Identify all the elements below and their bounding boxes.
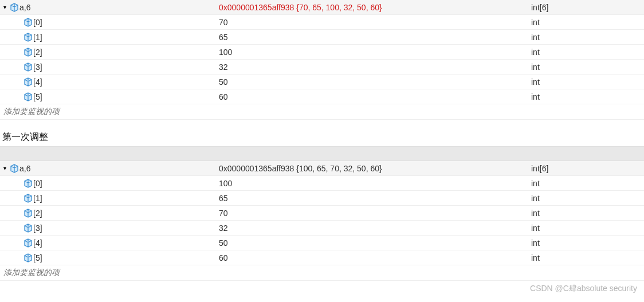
variable-name: a,6 xyxy=(19,164,30,173)
variable-value: 100 xyxy=(218,48,530,57)
table-row[interactable]: [0] 100 int xyxy=(0,176,644,191)
variable-value: 0x0000001365aff938 {70, 65, 100, 32, 50,… xyxy=(218,3,530,12)
table-row[interactable]: [3] 32 int xyxy=(0,60,644,74)
variable-type: int xyxy=(530,48,644,57)
variable-type: int xyxy=(530,179,644,188)
table-row[interactable]: [5] 60 int xyxy=(0,89,644,104)
variable-type: int xyxy=(530,253,644,262)
variable-type: int[6] xyxy=(530,3,644,12)
table-row[interactable]: [4] 50 int xyxy=(0,74,644,89)
collapse-icon[interactable]: ▾ xyxy=(0,3,9,12)
variable-name: [5] xyxy=(33,253,42,262)
variable-icon xyxy=(23,32,33,42)
table-row[interactable]: [0] 70 int xyxy=(0,15,644,30)
variable-type: int xyxy=(530,223,644,233)
variable-name: [3] xyxy=(33,223,42,233)
variable-value: 32 xyxy=(218,223,530,233)
variable-name: [4] xyxy=(33,77,42,87)
variable-icon xyxy=(23,77,33,87)
variable-name: [2] xyxy=(33,209,42,218)
variable-type: int xyxy=(530,194,644,203)
variable-type: int[6] xyxy=(530,164,644,173)
variable-value: 0x0000001365aff938 {100, 65, 70, 32, 50,… xyxy=(218,164,530,173)
variable-name: [5] xyxy=(33,92,42,101)
variable-value: 60 xyxy=(218,92,530,101)
table-row[interactable]: [3] 32 int xyxy=(0,221,644,236)
variable-icon xyxy=(23,92,33,102)
variable-name: [2] xyxy=(33,48,42,57)
variable-value: 50 xyxy=(218,238,530,248)
variable-value: 50 xyxy=(218,77,530,87)
variable-icon xyxy=(23,238,33,248)
variable-name: [1] xyxy=(33,194,42,203)
table-row[interactable]: [4] 50 int xyxy=(0,236,644,250)
variable-value: 65 xyxy=(218,194,530,203)
variable-type: int xyxy=(530,77,644,87)
variable-name: a,6 xyxy=(19,3,30,12)
add-watch-hint[interactable]: 添加要监视的项 xyxy=(0,265,644,281)
variable-icon xyxy=(23,208,33,218)
variable-value: 70 xyxy=(218,18,530,27)
variable-value: 32 xyxy=(218,62,530,72)
table-row[interactable]: [5] 60 int xyxy=(0,250,644,265)
section-label: 第一次调整 xyxy=(0,128,644,146)
variable-icon xyxy=(23,193,33,203)
variable-name: [3] xyxy=(33,62,42,72)
variable-icon xyxy=(23,253,33,263)
column-header-row xyxy=(0,146,644,161)
variable-value: 65 xyxy=(218,33,530,42)
variable-name: [4] xyxy=(33,238,42,248)
variable-icon xyxy=(23,47,33,57)
table-row[interactable]: [2] 100 int xyxy=(0,45,644,60)
table-row[interactable]: [2] 70 int xyxy=(0,206,644,221)
variable-icon xyxy=(9,163,19,174)
variable-name: [0] xyxy=(33,179,42,188)
watch-root-row[interactable]: ▾ a,6 0x0000001365aff938 {70, 65, 100, 3… xyxy=(0,0,644,15)
variable-icon xyxy=(23,17,33,28)
variable-icon xyxy=(23,223,33,233)
variable-type: int xyxy=(530,209,644,218)
variable-value: 100 xyxy=(218,179,530,188)
variable-value: 60 xyxy=(218,253,530,262)
table-row[interactable]: [1] 65 int xyxy=(0,30,644,45)
collapse-icon[interactable]: ▾ xyxy=(0,164,9,173)
table-row[interactable]: [1] 65 int xyxy=(0,191,644,206)
variable-value: 70 xyxy=(218,209,530,218)
add-watch-hint[interactable]: 添加要监视的项 xyxy=(0,104,644,120)
variable-icon xyxy=(23,62,33,72)
variable-type: int xyxy=(530,62,644,72)
variable-name: [0] xyxy=(33,18,42,27)
variable-icon xyxy=(23,178,33,189)
variable-type: int xyxy=(530,18,644,27)
watch-root-row[interactable]: ▾ a,6 0x0000001365aff938 {100, 65, 70, 3… xyxy=(0,161,644,176)
watch-panel-2: ▾ a,6 0x0000001365aff938 {100, 65, 70, 3… xyxy=(0,146,644,281)
variable-type: int xyxy=(530,92,644,101)
variable-name: [1] xyxy=(33,33,42,42)
variable-type: int xyxy=(530,33,644,42)
variable-type: int xyxy=(530,238,644,248)
variable-icon xyxy=(9,2,19,13)
watch-panel-1: ▾ a,6 0x0000001365aff938 {70, 65, 100, 3… xyxy=(0,0,644,120)
